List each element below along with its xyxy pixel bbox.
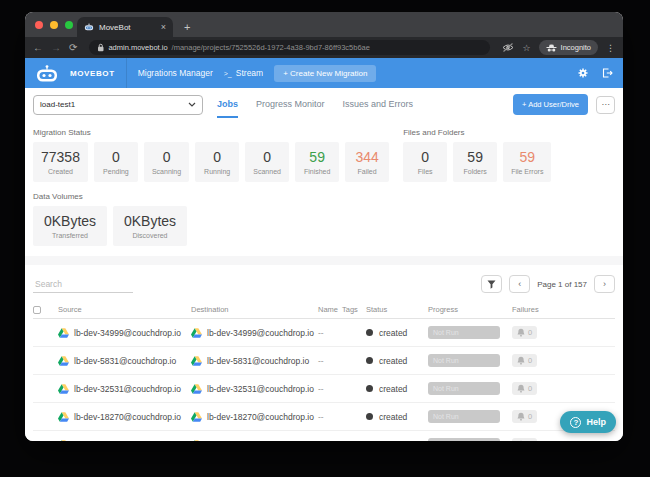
job-name: -- bbox=[318, 384, 342, 394]
table-row[interactable]: lb-dev-34999@couchdrop.io lb-dev-34999@c… bbox=[33, 319, 615, 347]
source-account: lb-dev-18270@couchdrop.io bbox=[74, 412, 181, 422]
next-page-button[interactable]: › bbox=[594, 275, 615, 293]
stat-card-scanning: 0 Scanning bbox=[144, 142, 189, 182]
url-bar[interactable]: admin.movebot.io/manage/projects/7525526… bbox=[89, 40, 490, 55]
col-status: Status bbox=[366, 305, 428, 314]
funnel-icon bbox=[487, 280, 496, 289]
source-account: lb-dev-5831@couchdrop.io bbox=[74, 356, 176, 366]
url-domain: admin.movebot.io bbox=[108, 43, 167, 52]
stat-card-created: 77358 Created bbox=[33, 142, 88, 182]
google-drive-icon bbox=[58, 384, 69, 394]
page-content: load-test1 Jobs Progress Monitor Issues … bbox=[25, 88, 623, 441]
browser-window: MoveBot × + ← → ⟳ admin.movebot.io/manag… bbox=[25, 12, 623, 441]
google-drive-icon bbox=[191, 440, 202, 442]
google-drive-icon bbox=[191, 384, 202, 394]
failures-badge[interactable]: 0 bbox=[512, 410, 537, 423]
bell-icon bbox=[517, 356, 525, 365]
status-dot-icon bbox=[366, 329, 373, 336]
brand-name: MOVEBOT bbox=[70, 69, 115, 78]
tab-close-icon[interactable]: × bbox=[161, 22, 166, 32]
tab-issues-errors[interactable]: Issues and Errors bbox=[343, 91, 414, 118]
minimize-window-button[interactable] bbox=[50, 21, 58, 29]
google-drive-icon bbox=[191, 412, 202, 422]
settings-gear-icon[interactable] bbox=[578, 68, 588, 78]
bell-icon bbox=[517, 440, 525, 441]
bell-icon bbox=[517, 384, 525, 393]
table-row[interactable]: lb-dev-31344@couchdrop.io lb-dev-31344@c… bbox=[33, 431, 615, 441]
status-dot-icon bbox=[366, 385, 373, 392]
status-label: created bbox=[379, 412, 407, 422]
nav-stream-label: Stream bbox=[236, 68, 263, 78]
forward-icon[interactable]: → bbox=[51, 43, 61, 53]
view-tabs: Jobs Progress Monitor Issues and Errors bbox=[217, 91, 413, 118]
progress-bar: Not Run bbox=[428, 438, 500, 441]
terminal-icon: >_ bbox=[224, 70, 232, 77]
job-name: -- bbox=[318, 412, 342, 422]
browser-tab[interactable]: MoveBot × bbox=[77, 17, 173, 37]
new-tab-button[interactable]: + bbox=[184, 21, 190, 33]
chevron-down-icon bbox=[188, 102, 196, 107]
data-volumes-title: Data Volumes bbox=[33, 192, 615, 201]
files-folders-title: Files and Folders bbox=[403, 128, 551, 137]
select-all-checkbox[interactable] bbox=[33, 306, 41, 314]
nav-stream[interactable]: >_ Stream bbox=[224, 68, 263, 78]
lock-icon bbox=[97, 43, 104, 52]
search-input[interactable] bbox=[33, 276, 133, 293]
maximize-window-button[interactable] bbox=[65, 21, 73, 29]
incognito-badge[interactable]: Incognito bbox=[539, 40, 598, 55]
stat-card-folders: 59 Folders bbox=[453, 142, 497, 182]
stat-card-scanned: 0 Scanned bbox=[245, 142, 289, 182]
browser-menu-icon[interactable]: ⋮ bbox=[606, 43, 615, 53]
files-folders-group: Files and Folders 0 Files 59 Folders 59 … bbox=[403, 118, 551, 182]
url-path: /manage/projects/7525526d-1972-4a38-9bd7… bbox=[172, 43, 370, 52]
google-drive-icon bbox=[58, 356, 69, 366]
status-label: created bbox=[379, 384, 407, 394]
stat-card-discovered: 0KBytes Discovered bbox=[113, 206, 187, 246]
project-select[interactable]: load-test1 bbox=[33, 95, 203, 115]
source-account: lb-dev-31344@couchdrop.io bbox=[74, 440, 181, 442]
sign-out-icon[interactable] bbox=[602, 68, 613, 78]
failures-badge[interactable]: 0 bbox=[512, 382, 537, 395]
destination-account: lb-dev-31344@couchdrop.io bbox=[207, 440, 314, 442]
failures-badge[interactable]: 0 bbox=[512, 326, 537, 339]
header-divider bbox=[126, 58, 127, 88]
back-icon[interactable]: ← bbox=[33, 43, 43, 53]
table-row[interactable]: lb-dev-5831@couchdrop.io lb-dev-5831@cou… bbox=[33, 347, 615, 375]
bookmark-star-icon[interactable]: ☆ bbox=[522, 43, 530, 53]
prev-page-button[interactable]: ‹ bbox=[509, 275, 530, 293]
add-user-drive-button[interactable]: + Add User/Drive bbox=[513, 94, 588, 115]
tab-jobs[interactable]: Jobs bbox=[217, 91, 238, 118]
eye-off-icon[interactable] bbox=[502, 43, 514, 52]
progress-bar: Not Run bbox=[428, 382, 500, 395]
job-name: -- bbox=[318, 356, 342, 366]
more-options-button[interactable]: ⋯ bbox=[596, 96, 615, 114]
table-row[interactable]: lb-dev-18270@couchdrop.io lb-dev-18270@c… bbox=[33, 403, 615, 431]
tab-progress-monitor[interactable]: Progress Monitor bbox=[256, 91, 325, 118]
reload-icon[interactable]: ⟳ bbox=[69, 43, 77, 53]
destination-account: lb-dev-34999@couchdrop.io bbox=[207, 328, 314, 338]
create-new-migration-button[interactable]: + Create New Migration bbox=[274, 65, 376, 82]
browser-tabstrip: MoveBot × + bbox=[25, 12, 623, 37]
help-button[interactable]: ? Help bbox=[560, 411, 616, 433]
failures-badge[interactable]: 0 bbox=[512, 438, 537, 441]
progress-bar: Not Run bbox=[428, 326, 500, 339]
filter-button[interactable] bbox=[481, 275, 502, 293]
jobs-table: Source Destination Name Tags Status Prog… bbox=[33, 301, 615, 441]
col-source: Source bbox=[58, 305, 191, 314]
section-divider bbox=[25, 256, 623, 265]
table-header: Source Destination Name Tags Status Prog… bbox=[33, 301, 615, 319]
failures-count: 0 bbox=[528, 328, 532, 337]
source-account: lb-dev-34999@couchdrop.io bbox=[74, 328, 181, 338]
close-window-button[interactable] bbox=[35, 21, 43, 29]
stat-card-pending: 0 Pending bbox=[94, 142, 138, 182]
stat-card-transferred: 0KBytes Transferred bbox=[33, 206, 107, 246]
job-name: -- bbox=[318, 440, 342, 442]
failures-badge[interactable]: 0 bbox=[512, 354, 537, 367]
window-controls bbox=[35, 21, 73, 29]
nav-migrations-manager[interactable]: Migrations Manager bbox=[138, 68, 213, 78]
table-row[interactable]: lb-dev-32531@couchdrop.io lb-dev-32531@c… bbox=[33, 375, 615, 403]
failures-count: 0 bbox=[528, 384, 532, 393]
status-dot-icon bbox=[366, 357, 373, 364]
page-indicator: Page 1 of 157 bbox=[537, 280, 587, 289]
help-label: Help bbox=[586, 417, 606, 427]
